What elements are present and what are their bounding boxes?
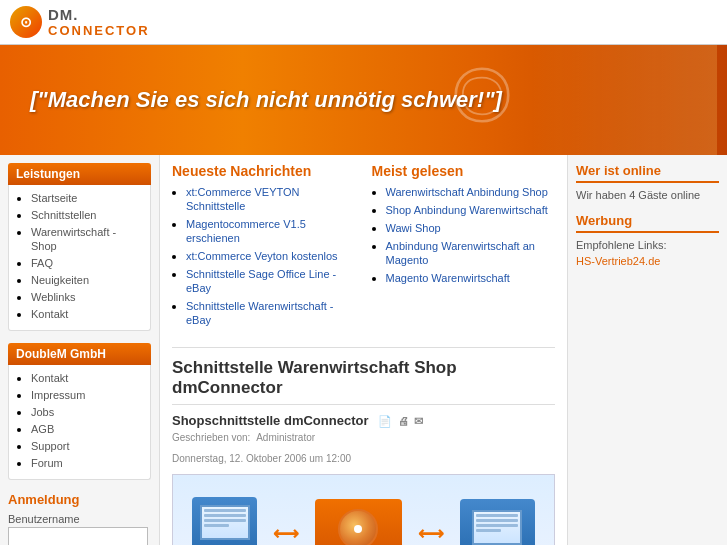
main-content: Neueste Nachrichten xt:Commerce VEYTON S… [160,155,567,545]
list-item: Forum [31,456,142,470]
logo-text: DM. CONNECTOR [48,6,150,38]
list-item: Warenwirtschaft - Shop [31,225,142,253]
ads-title: Werbung [576,213,719,233]
newest-news-list: xt:Commerce VEYTON Schnittstelle Magento… [172,185,356,327]
article-title: Schnittstelle Warenwirtschaft Shop dmCon… [172,358,555,405]
news-link-2[interactable]: Magentocommerce V1.5 erschienen [186,218,306,244]
list-item: Magento Warenwirtschaft [386,271,556,285]
leistungen-link-kontakt[interactable]: Kontakt [31,308,68,320]
login-title: Anmeldung [8,492,151,507]
doublem-link-impressum[interactable]: Impressum [31,389,85,401]
leistungen-link-neuigkeiten[interactable]: Neuigkeiten [31,274,89,286]
screen-line [204,514,246,517]
news-section: Neueste Nachrichten xt:Commerce VEYTON S… [172,163,555,331]
most-read-col: Meist gelesen Warenwirtschaft Anbindung … [372,163,556,331]
list-item: Jobs [31,405,142,419]
list-item: Weblinks [31,290,142,304]
logo-icon-text: ⊙ [20,14,32,30]
cd-icon [338,509,378,546]
header: ⊙ DM. CONNECTOR [0,0,727,45]
login-box: Anmeldung Benutzername Passwort Angemeld… [8,492,151,545]
doublem-link-forum[interactable]: Forum [31,457,63,469]
username-input[interactable] [8,527,148,545]
author-label: Geschrieben von: [172,432,250,443]
list-item: Neuigkeiten [31,273,142,287]
article-subtitle-text: Shopschnittstelle dmConnector [172,413,368,428]
most-read-list: Warenwirtschaft Anbindung Shop Shop Anbi… [372,185,556,285]
warenwirtschaft-box: WARENWIRT-SCHAFTSSYSTEM [192,497,257,545]
logo-icon: ⊙ [10,6,42,38]
banner-quote: ["Machen Sie es sich nicht unnötig schwe… [0,87,502,113]
list-item: Warenwirtschaft Anbindung Shop [386,185,556,199]
article-meta: Geschrieben von: Administrator [172,432,555,443]
list-item: Kontakt [31,307,142,321]
screen-line [204,509,246,512]
connector-box: DM.CONNECTOR [315,499,401,546]
leistungen-link-warenwirtschaft[interactable]: Warenwirtschaft - Shop [31,226,116,252]
who-online-text: Wir haben 4 Gäste online [576,189,719,201]
article-subtitle: Shopschnittstelle dmConnector 📄 🖨 ✉ [172,413,555,428]
list-item: Impressum [31,388,142,402]
meta-icon-pdf: 📄 [378,415,392,427]
leistungen-link-startseite[interactable]: Startseite [31,192,77,204]
newest-news-title: Neueste Nachrichten [172,163,356,179]
leistungen-link-weblinks[interactable]: Weblinks [31,291,75,303]
popular-link-3[interactable]: Wawi Shop [386,222,441,234]
logo-dm: DM. [48,6,150,23]
news-link-4[interactable]: Schnittstelle Sage Office Line - eBay [186,268,336,294]
meta-icon-print: 🖨 [398,415,409,427]
leistungen-list: Startseite Schnittstellen Warenwirtschaf… [17,191,142,321]
article-diagram: WARENWIRT-SCHAFTSSYSTEM ⟷ DM.CONNECTOR ⟷ [172,474,555,545]
screen-icon [200,505,250,540]
ads-label: Empfohlene Links: [576,239,719,251]
meta-icon-email: ✉ [414,415,423,427]
popular-link-1[interactable]: Warenwirtschaft Anbindung Shop [386,186,548,198]
news-link-3[interactable]: xt:Commerce Veyton kostenlos [186,250,338,262]
article-date: Donnerstag, 12. Oktober 2006 um 12:00 [172,453,555,464]
who-online-title: Wer ist online [576,163,719,183]
screen-line [476,529,501,532]
doublem-link-agb[interactable]: AGB [31,423,54,435]
screen-line [476,519,518,522]
list-item: Startseite [31,191,142,205]
who-online-box: Wer ist online Wir haben 4 Gäste online [576,163,719,201]
ads-link[interactable]: HS-Vertrieb24.de [576,255,660,267]
list-item: Schnittstelle Warenwirtschaft - eBay [186,299,356,327]
sidebar: Leistungen Startseite Schnittstellen War… [0,155,160,545]
popular-link-5[interactable]: Magento Warenwirtschaft [386,272,510,284]
author-name: Administrator [256,432,315,443]
list-item: xt:Commerce Veyton kostenlos [186,249,356,263]
list-item: FAQ [31,256,142,270]
screen-line [476,524,518,527]
list-item: Shop Anbindung Warenwirtschaft [386,203,556,217]
popular-link-4[interactable]: Anbindung Warenwirtschaft an Magento [386,240,535,266]
news-link-5[interactable]: Schnittstelle Warenwirtschaft - eBay [186,300,334,326]
list-item: Magentocommerce V1.5 erschienen [186,217,356,245]
popular-link-2[interactable]: Shop Anbindung Warenwirtschaft [386,204,548,216]
username-label: Benutzername [8,513,151,525]
screen-icon [472,510,522,545]
leistungen-link-schnittstellen[interactable]: Schnittstellen [31,209,96,221]
arrow-left-icon: ⟷ [273,523,299,545]
list-item: Schnittstelle Sage Office Line - eBay [186,267,356,295]
banner: ["Machen Sie es sich nicht unnötig schwe… [0,45,727,155]
online-shop-box: ONLINE-SHOP [460,499,535,545]
doublem-link-support[interactable]: Support [31,440,70,452]
doublem-list: Kontakt Impressum Jobs AGB Support Forum [17,371,142,470]
arrow-right-icon: ⟷ [418,523,444,545]
doublem-link-jobs[interactable]: Jobs [31,406,54,418]
screen-inner [474,512,520,543]
ads-content: Empfohlene Links: HS-Vertrieb24.de [576,239,719,267]
doublem-link-kontakt[interactable]: Kontakt [31,372,68,384]
doublem-content: Kontakt Impressum Jobs AGB Support Forum [8,365,151,480]
list-item: Schnittstellen [31,208,142,222]
leistungen-link-faq[interactable]: FAQ [31,257,53,269]
main-layout: Leistungen Startseite Schnittstellen War… [0,155,727,545]
banner-person [527,45,717,155]
ads-box: Werbung Empfohlene Links: HS-Vertrieb24.… [576,213,719,267]
leistungen-box: Leistungen Startseite Schnittstellen War… [8,163,151,331]
newest-news-col: Neueste Nachrichten xt:Commerce VEYTON S… [172,163,356,331]
article: Schnittstelle Warenwirtschaft Shop dmCon… [172,358,555,545]
news-link-1[interactable]: xt:Commerce VEYTON Schnittstelle [186,186,300,212]
screen-line [476,514,518,517]
